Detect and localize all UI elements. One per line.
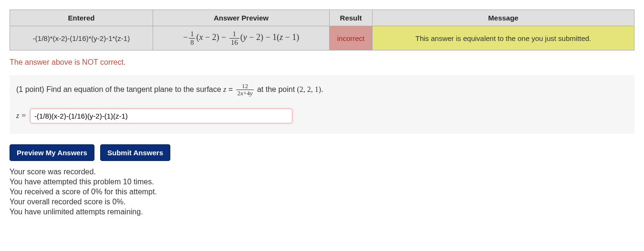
- answer-input[interactable]: [30, 109, 292, 123]
- col-message: Message: [373, 10, 634, 26]
- status-line: Your score was recorded.: [10, 168, 634, 176]
- status-line: You have unlimited attempts remaining.: [10, 208, 634, 216]
- status-line: You received a score of 0% for this atte…: [10, 188, 634, 196]
- problem-box: (1 point) Find an equation of the tangen…: [10, 75, 634, 134]
- entered-value: -(1/8)*(x-2)-(1/16)*(y-2)-1*(z-1): [10, 26, 153, 50]
- submit-button[interactable]: Submit Answers: [100, 144, 170, 161]
- button-row: Preview My Answers Submit Answers: [10, 144, 634, 161]
- col-entered: Entered: [10, 10, 153, 26]
- preview-button[interactable]: Preview My Answers: [10, 144, 94, 161]
- table-row: -(1/8)*(x-2)-(1/16)*(y-2)-1*(z-1) −18(x …: [10, 26, 634, 50]
- answer-lhs: z =: [16, 111, 26, 120]
- problem-statement: (1 point) Find an equation of the tangen…: [16, 83, 628, 97]
- results-table: Entered Answer Preview Result Message -(…: [10, 10, 634, 50]
- feedback-text: The answer above is NOT correct.: [10, 58, 634, 67]
- result-value: incorrect: [330, 26, 373, 50]
- status-line: You have attempted this problem 10 times…: [10, 178, 634, 186]
- col-result: Result: [330, 10, 373, 26]
- answer-preview: −18(x − 2) − 116(y − 2) − 1(z − 1): [153, 26, 330, 50]
- status-line: Your overall recorded score is 0%.: [10, 198, 634, 206]
- status-block: Your score was recorded. You have attemp…: [10, 168, 634, 216]
- col-preview: Answer Preview: [153, 10, 330, 26]
- result-message: This answer is equivalent to the one you…: [373, 26, 634, 50]
- answer-row: z =: [16, 109, 628, 123]
